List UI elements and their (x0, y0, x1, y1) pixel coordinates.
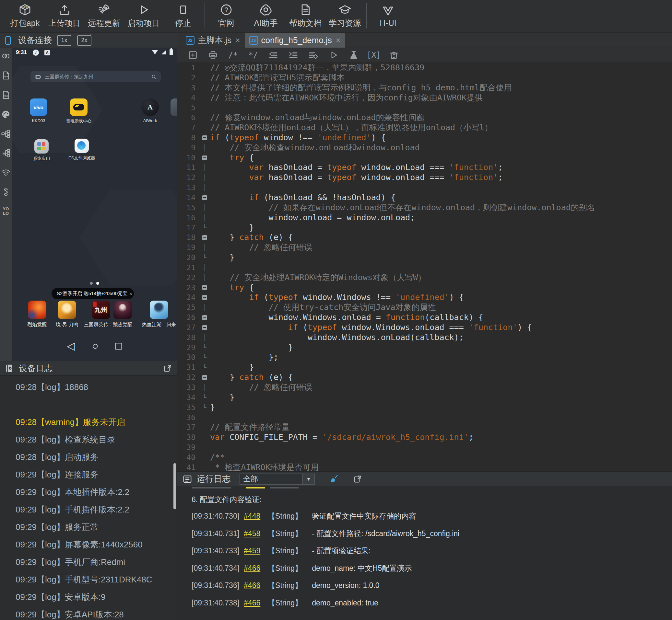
code-line: 37// 配置文件路径常量 (177, 422, 672, 432)
dock-app-2[interactable]: 境·界 刀鸣 (56, 301, 78, 328)
fold-collapse-icon[interactable] (202, 195, 207, 200)
log-line-link[interactable]: #466 (244, 599, 264, 607)
fold-gutter[interactable] (199, 323, 210, 333)
editor-tool-test-flask[interactable] (347, 49, 360, 61)
fold-collapse-icon[interactable] (202, 325, 207, 330)
log-line-link[interactable]: #448 (244, 512, 264, 521)
tab-close-icon[interactable]: × (235, 36, 240, 45)
strip-wifi-icon[interactable] (1, 168, 11, 177)
phone-app-leidian[interactable]: 雷电游戏中心 (66, 99, 91, 124)
phone-screen[interactable]: 9:31 i A 三国群英传：策定九州 vivoKKD03雷电游戏中心AAIWo… (12, 48, 177, 361)
dock-app-icon[interactable] (113, 301, 132, 319)
toolbar-button-play[interactable]: 启动项目 (124, 3, 163, 29)
editor-tool-print[interactable] (206, 49, 220, 61)
phone-app-vivo[interactable]: vivoKKD03 (30, 99, 47, 123)
log-line-link[interactable]: #466 (244, 564, 264, 573)
device-log-list[interactable]: 09:28【log】1886809:28【warning】服务未开启09:28【… (0, 376, 177, 620)
editor-tool-indent[interactable] (287, 49, 300, 61)
dock-app-4[interactable]: 神迹觉醒 (113, 301, 132, 328)
fold-gutter[interactable] (199, 232, 210, 243)
dock-app-icon[interactable]: 九州 (92, 301, 110, 319)
app-icon[interactable] (34, 139, 49, 154)
toolbar-button-stop[interactable]: 停止 (163, 3, 203, 29)
fold-collapse-icon[interactable] (202, 235, 207, 240)
editor-tool-format[interactable] (307, 49, 320, 61)
fold-gutter[interactable] (199, 372, 210, 382)
fold-collapse-icon[interactable] (202, 285, 207, 290)
clipped-app-icon[interactable] (171, 99, 177, 116)
dock-app-icon[interactable] (28, 301, 46, 319)
fold-collapse-icon[interactable] (202, 295, 207, 300)
strip-id-tree-icon[interactable]: ID (1, 148, 11, 158)
toolbar-button-ai[interactable]: AI助手 (246, 3, 286, 29)
dock-app-5[interactable]: 热血江湖：归来 (142, 301, 176, 328)
fold-gutter[interactable] (199, 283, 210, 293)
phone-search-bar[interactable]: 三国群英传：策定九州 (31, 71, 161, 82)
code-editor[interactable]: 1// ◎交流QQ群711841924群一，苹果内测群，5288166392//… (177, 62, 672, 471)
tab-close-icon[interactable]: × (336, 36, 341, 45)
app-icon[interactable]: vivo (30, 99, 47, 116)
home-nav-button[interactable]: ○ (92, 341, 99, 351)
device-log-scrollbar[interactable] (174, 463, 176, 509)
strip-layout-tree-icon[interactable] (1, 129, 11, 139)
editor-tool-outdent[interactable] (267, 49, 280, 61)
dock-app-icon[interactable] (58, 301, 76, 319)
editor-tool-comment-end[interactable]: */ (247, 49, 260, 61)
editor-tool-comment-start[interactable]: /* (227, 49, 240, 61)
run-log-list[interactable]: 6. 配置文件内容验证:[09:31:40.730]#448【String】验证… (177, 486, 672, 620)
editor-tool-new-file[interactable] (186, 49, 199, 61)
editor-tab[interactable]: JS主脚本.js× (181, 33, 245, 48)
phone-app-es[interactable]: ES文件浏览器 (68, 139, 95, 161)
banner-close-icon[interactable]: × (129, 291, 132, 296)
promo-banner[interactable]: S2赛季开启 送514抽+20500元宝 × (52, 288, 134, 299)
phone-app-system[interactable]: 系统应用 (33, 139, 50, 162)
toolbar-button-grad-cap[interactable]: 学习资源 (325, 3, 365, 29)
recents-nav-button[interactable]: □ (115, 341, 122, 351)
fold-collapse-icon[interactable] (202, 136, 207, 140)
code-line: 28│ window.Windows.onLoad(callback); (177, 333, 672, 343)
toolbar-button-upload[interactable]: 上传项目 (45, 3, 84, 29)
toolbar-button-rocket[interactable]: 远程更新 (84, 3, 124, 29)
strip-usb-icon[interactable] (1, 187, 11, 197)
strip-link-icon[interactable] (1, 51, 11, 61)
editor-tool-run[interactable] (327, 49, 340, 61)
editor-tab[interactable]: JSconfig_h5_demo.js× (245, 33, 345, 48)
fold-gutter[interactable] (199, 313, 210, 323)
app-icon[interactable] (70, 99, 88, 116)
log-line-link[interactable]: #466 (244, 581, 264, 590)
app-icon[interactable]: A (141, 99, 159, 116)
strip-yolo-icon[interactable]: YOLO (3, 207, 9, 216)
run-log-export-icon[interactable] (353, 474, 362, 484)
mirror-zoom-2x-button[interactable]: 2x (77, 35, 91, 46)
dock-app-1[interactable]: 烈焰觉醒 (27, 301, 47, 328)
log-filter-select[interactable]: 全部 ▼ (240, 474, 315, 484)
toolbar-button-question[interactable]: ?官网 (206, 3, 246, 29)
search-icon[interactable] (151, 74, 157, 80)
fold-gutter[interactable] (199, 133, 210, 143)
dock-app-icon[interactable] (150, 301, 168, 319)
toolbar-button-apk-box[interactable]: APK打包apk (5, 3, 45, 29)
question-icon: ? (220, 3, 233, 16)
app-icon[interactable] (75, 139, 89, 153)
clear-log-broom-icon[interactable] (329, 474, 339, 484)
toolbar-button-help-doc[interactable]: 帮助文档 (286, 3, 325, 29)
phone-app-aiwork[interactable]: AAIWork (141, 99, 159, 123)
fold-gutter[interactable] (199, 153, 210, 163)
log-line-link[interactable]: #458 (244, 529, 264, 538)
toolbar-button-hui[interactable]: H-UI (368, 4, 408, 28)
device-log-export-icon[interactable] (163, 364, 172, 373)
mirror-zoom-1x-button[interactable]: 1x (57, 35, 71, 46)
fold-collapse-icon[interactable] (202, 315, 207, 320)
fold-collapse-icon[interactable] (202, 155, 207, 160)
strip-xml-file-icon[interactable]: XML (1, 90, 11, 100)
chevron-down-icon[interactable]: ▼ (302, 474, 315, 484)
editor-tool-clean[interactable] (387, 49, 400, 61)
fold-collapse-icon[interactable] (202, 375, 207, 380)
strip-palette-icon[interactable] (1, 109, 11, 119)
fold-gutter[interactable] (199, 293, 210, 303)
strip-apk-file-icon[interactable]: APK (1, 70, 11, 80)
fold-gutter[interactable] (199, 193, 210, 203)
editor-tool-extract-x[interactable]: [X] (367, 49, 380, 61)
log-line-link[interactable]: #459 (244, 547, 264, 555)
back-nav-button[interactable]: ◁ (67, 341, 75, 351)
